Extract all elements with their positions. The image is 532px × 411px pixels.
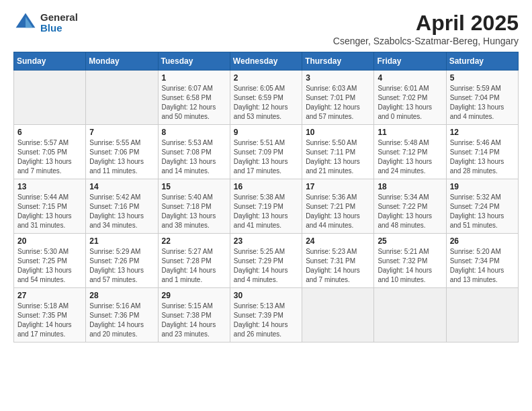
day-number: 11 [378, 128, 442, 137]
calendar-cell: 27Sunrise: 5:18 AMSunset: 7:35 PMDayligh… [14, 288, 86, 342]
day-detail: Sunrise: 5:57 AMSunset: 7:05 PMDaylight:… [17, 138, 82, 176]
day-detail: Sunrise: 5:44 AMSunset: 7:15 PMDaylight:… [17, 193, 82, 230]
day-number: 26 [450, 236, 515, 246]
day-detail: Sunrise: 5:36 AMSunset: 7:21 PMDaylight:… [306, 193, 370, 230]
day-number: 5 [450, 73, 515, 83]
day-detail: Sunrise: 5:16 AMSunset: 7:36 PMDaylight:… [89, 302, 154, 339]
day-detail: Sunrise: 6:03 AMSunset: 7:01 PMDaylight:… [306, 84, 370, 122]
day-detail: Sunrise: 5:38 AMSunset: 7:19 PMDaylight:… [234, 193, 298, 230]
weekday-header-thursday: Thursday [302, 52, 374, 71]
calendar-cell: 15Sunrise: 5:40 AMSunset: 7:18 PMDayligh… [158, 179, 230, 234]
day-detail: Sunrise: 6:07 AMSunset: 6:58 PMDaylight:… [162, 84, 226, 122]
calendar-cell: 2Sunrise: 6:05 AMSunset: 6:59 PMDaylight… [230, 71, 302, 125]
weekday-header-wednesday: Wednesday [230, 52, 302, 71]
day-number: 21 [89, 236, 154, 246]
calendar-cell: 18Sunrise: 5:34 AMSunset: 7:22 PMDayligh… [374, 179, 446, 234]
day-number: 17 [306, 182, 370, 191]
location-subtitle: Csenger, Szabolcs-Szatmar-Bereg, Hungary [333, 36, 519, 46]
calendar-cell: 28Sunrise: 5:16 AMSunset: 7:36 PMDayligh… [86, 288, 158, 342]
day-detail: Sunrise: 5:46 AMSunset: 7:14 PMDaylight:… [450, 138, 515, 176]
day-detail: Sunrise: 5:34 AMSunset: 7:22 PMDaylight:… [378, 193, 442, 230]
day-number: 19 [450, 182, 515, 191]
calendar-cell [374, 288, 446, 342]
logo-general-text: General [40, 12, 78, 24]
day-detail: Sunrise: 5:13 AMSunset: 7:39 PMDaylight:… [234, 302, 298, 339]
day-detail: Sunrise: 5:29 AMSunset: 7:26 PMDaylight:… [89, 247, 154, 285]
calendar-cell: 19Sunrise: 5:32 AMSunset: 7:24 PMDayligh… [446, 179, 518, 234]
day-number: 3 [306, 73, 370, 83]
day-number: 24 [306, 236, 370, 246]
calendar-cell: 30Sunrise: 5:13 AMSunset: 7:39 PMDayligh… [230, 288, 302, 342]
calendar-cell: 14Sunrise: 5:42 AMSunset: 7:16 PMDayligh… [86, 179, 158, 234]
logo-icon [13, 11, 38, 35]
calendar-cell: 16Sunrise: 5:38 AMSunset: 7:19 PMDayligh… [230, 179, 302, 234]
day-number: 27 [17, 291, 82, 300]
day-detail: Sunrise: 5:27 AMSunset: 7:28 PMDaylight:… [162, 247, 226, 285]
day-number: 28 [89, 291, 154, 300]
calendar-cell: 11Sunrise: 5:48 AMSunset: 7:12 PMDayligh… [374, 125, 446, 179]
day-detail: Sunrise: 6:01 AMSunset: 7:02 PMDaylight:… [378, 84, 442, 122]
day-number: 22 [162, 236, 226, 246]
day-detail: Sunrise: 5:21 AMSunset: 7:32 PMDaylight:… [378, 247, 442, 285]
logo-blue-text: Blue [40, 23, 78, 34]
weekday-header-friday: Friday [374, 52, 446, 71]
weekday-header-sunday: Sunday [14, 52, 86, 71]
day-number: 10 [306, 128, 370, 137]
calendar-table: SundayMondayTuesdayWednesdayThursdayFrid… [13, 52, 519, 342]
day-detail: Sunrise: 6:05 AMSunset: 6:59 PMDaylight:… [234, 84, 298, 122]
day-detail: Sunrise: 5:42 AMSunset: 7:16 PMDaylight:… [89, 193, 154, 230]
calendar-cell: 26Sunrise: 5:20 AMSunset: 7:34 PMDayligh… [446, 234, 518, 288]
day-detail: Sunrise: 5:48 AMSunset: 7:12 PMDaylight:… [378, 138, 442, 176]
month-year-title: April 2025 [333, 11, 519, 36]
day-number: 29 [162, 291, 226, 300]
day-number: 7 [89, 128, 154, 137]
day-detail: Sunrise: 5:25 AMSunset: 7:29 PMDaylight:… [234, 247, 298, 285]
calendar-cell: 7Sunrise: 5:55 AMSunset: 7:06 PMDaylight… [86, 125, 158, 179]
calendar-cell: 9Sunrise: 5:51 AMSunset: 7:09 PMDaylight… [230, 125, 302, 179]
day-number: 9 [234, 128, 298, 137]
calendar-cell: 3Sunrise: 6:03 AMSunset: 7:01 PMDaylight… [302, 71, 374, 125]
calendar-cell: 25Sunrise: 5:21 AMSunset: 7:32 PMDayligh… [374, 234, 446, 288]
day-number: 1 [162, 73, 226, 83]
day-number: 12 [450, 128, 515, 137]
day-detail: Sunrise: 5:20 AMSunset: 7:34 PMDaylight:… [450, 247, 515, 285]
weekday-header-tuesday: Tuesday [158, 52, 230, 71]
calendar-cell: 5Sunrise: 5:59 AMSunset: 7:04 PMDaylight… [446, 71, 518, 125]
day-detail: Sunrise: 5:23 AMSunset: 7:31 PMDaylight:… [306, 247, 370, 285]
weekday-header-monday: Monday [86, 52, 158, 71]
calendar-cell: 12Sunrise: 5:46 AMSunset: 7:14 PMDayligh… [446, 125, 518, 179]
calendar-cell: 13Sunrise: 5:44 AMSunset: 7:15 PMDayligh… [14, 179, 86, 234]
day-number: 16 [234, 182, 298, 191]
day-detail: Sunrise: 5:18 AMSunset: 7:35 PMDaylight:… [17, 302, 82, 339]
calendar-cell: 22Sunrise: 5:27 AMSunset: 7:28 PMDayligh… [158, 234, 230, 288]
logo: General Blue [13, 11, 78, 35]
calendar-cell: 29Sunrise: 5:15 AMSunset: 7:38 PMDayligh… [158, 288, 230, 342]
day-number: 15 [162, 182, 226, 191]
day-number: 20 [17, 236, 82, 246]
weekday-header-saturday: Saturday [446, 52, 518, 71]
day-number: 25 [378, 236, 442, 246]
day-number: 6 [17, 128, 82, 137]
day-detail: Sunrise: 5:53 AMSunset: 7:08 PMDaylight:… [162, 138, 226, 176]
day-number: 13 [17, 182, 82, 191]
title-section: April 2025 Csenger, Szabolcs-Szatmar-Ber… [333, 11, 519, 46]
calendar-cell: 17Sunrise: 5:36 AMSunset: 7:21 PMDayligh… [302, 179, 374, 234]
calendar-cell: 6Sunrise: 5:57 AMSunset: 7:05 PMDaylight… [14, 125, 86, 179]
calendar-cell: 21Sunrise: 5:29 AMSunset: 7:26 PMDayligh… [86, 234, 158, 288]
day-detail: Sunrise: 5:30 AMSunset: 7:25 PMDaylight:… [17, 247, 82, 285]
day-number: 2 [234, 73, 298, 83]
calendar-cell [302, 288, 374, 342]
calendar-cell: 20Sunrise: 5:30 AMSunset: 7:25 PMDayligh… [14, 234, 86, 288]
day-number: 30 [234, 291, 298, 300]
day-number: 18 [378, 182, 442, 191]
calendar-cell: 24Sunrise: 5:23 AMSunset: 7:31 PMDayligh… [302, 234, 374, 288]
calendar-cell: 4Sunrise: 6:01 AMSunset: 7:02 PMDaylight… [374, 71, 446, 125]
calendar-cell: 8Sunrise: 5:53 AMSunset: 7:08 PMDaylight… [158, 125, 230, 179]
day-detail: Sunrise: 5:32 AMSunset: 7:24 PMDaylight:… [450, 193, 515, 230]
day-detail: Sunrise: 5:50 AMSunset: 7:11 PMDaylight:… [306, 138, 370, 176]
calendar-cell [14, 71, 86, 125]
day-detail: Sunrise: 5:51 AMSunset: 7:09 PMDaylight:… [234, 138, 298, 176]
day-number: 14 [89, 182, 154, 191]
calendar-cell [446, 288, 518, 342]
day-number: 4 [378, 73, 442, 83]
